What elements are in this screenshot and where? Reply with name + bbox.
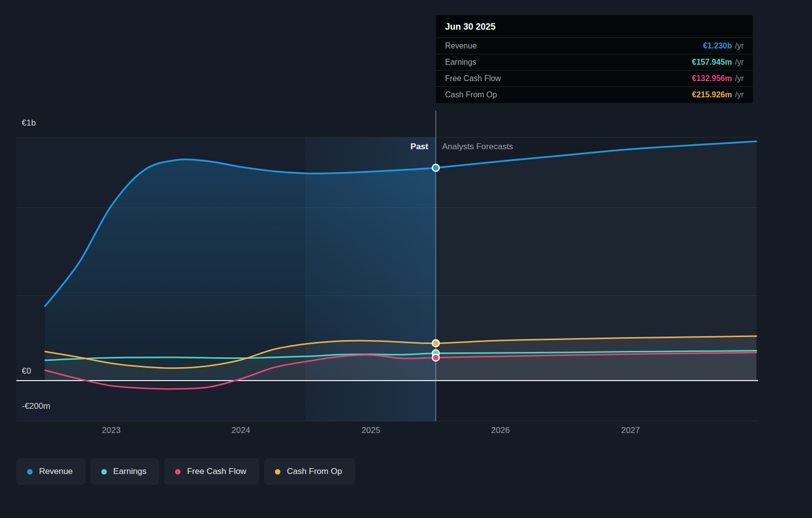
tooltip-suffix-cash-from-op: /yr — [735, 90, 744, 99]
y-axis-label-zero: €0 — [22, 366, 31, 376]
tooltip-value-free-cash-flow: €132.956m — [692, 74, 732, 83]
tooltip-suffix-earnings: /yr — [735, 58, 744, 67]
revenue-dot-icon — [27, 469, 33, 475]
legend-item-free-cash-flow[interactable]: Free Cash Flow — [164, 458, 259, 485]
financial-forecast-chart-panel: €1b €0 -€200m Past Analysts Forecasts 20… — [0, 0, 812, 518]
legend-label-earnings: Earnings — [113, 467, 146, 476]
x-axis-label-2024: 2024 — [219, 426, 263, 435]
y-axis-label-1b: €1b — [22, 118, 36, 128]
tooltip-row-revenue: Revenue €1.230b/yr — [436, 38, 753, 54]
tooltip-row-earnings: Earnings €157.945m/yr — [436, 54, 753, 70]
tooltip-row-free-cash-flow: Free Cash Flow €132.956m/yr — [436, 70, 753, 86]
tooltip-suffix-free-cash-flow: /yr — [735, 74, 744, 83]
tooltip-label-cash-from-op: Cash From Op — [445, 90, 497, 99]
x-axis-label-2027: 2027 — [608, 426, 653, 435]
tooltip-label-revenue: Revenue — [445, 42, 477, 50]
cash-from-op-marker[interactable] — [432, 340, 439, 346]
cash-from-op-area-forecast — [436, 336, 756, 381]
legend-item-cash-from-op[interactable]: Cash From Op — [264, 458, 355, 485]
x-axis-label-2023: 2023 — [89, 426, 134, 435]
x-axis-label-2026: 2026 — [478, 426, 523, 435]
tooltip-label-free-cash-flow: Free Cash Flow — [445, 74, 501, 83]
earnings-dot-icon — [101, 469, 107, 475]
legend: Revenue Earnings Free Cash Flow Cash Fro… — [16, 458, 355, 485]
y-axis-label-neg200m: -€200m — [22, 401, 50, 411]
legend-label-revenue: Revenue — [39, 467, 73, 476]
legend-label-free-cash-flow: Free Cash Flow — [187, 467, 246, 476]
tooltip-row-cash-from-op: Cash From Op €215.926m/yr — [436, 86, 753, 103]
hover-tooltip: Jun 30 2025 Revenue €1.230b/yr Earnings … — [436, 15, 753, 103]
past-region-label: Past — [379, 142, 428, 152]
legend-item-earnings[interactable]: Earnings — [90, 458, 159, 485]
revenue-marker[interactable] — [432, 165, 439, 172]
free-cash-flow-marker[interactable] — [432, 354, 439, 361]
analysts-forecasts-label: Analysts Forecasts — [442, 142, 513, 152]
tooltip-value-earnings: €157.945m — [692, 58, 732, 67]
free-cash-flow-dot-icon — [175, 469, 180, 475]
tooltip-label-earnings: Earnings — [445, 58, 476, 67]
tooltip-value-cash-from-op: €215.926m — [692, 90, 732, 99]
x-axis-label-2025: 2025 — [349, 426, 393, 435]
legend-item-revenue[interactable]: Revenue — [16, 458, 86, 485]
tooltip-suffix-revenue: /yr — [735, 42, 744, 50]
tooltip-date: Jun 30 2025 — [436, 15, 753, 38]
legend-label-cash-from-op: Cash From Op — [287, 467, 342, 476]
tooltip-value-revenue: €1.230b — [703, 42, 732, 50]
cash-from-op-dot-icon — [275, 469, 280, 475]
